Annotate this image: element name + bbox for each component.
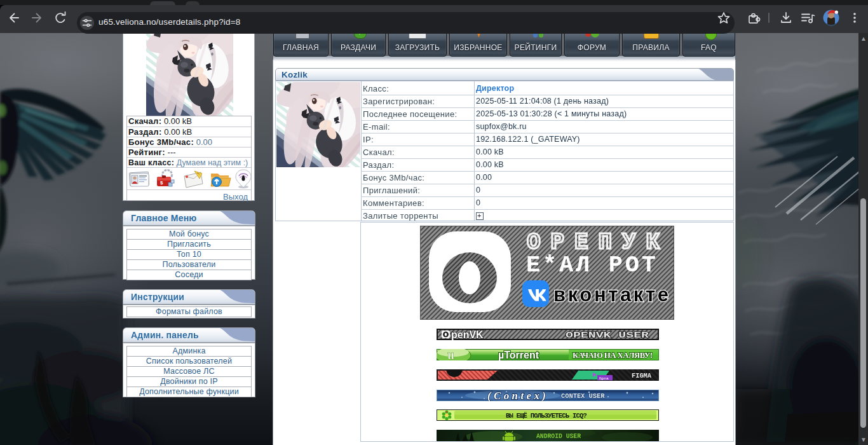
svg-text:ANDROID USER: ANDROID USER	[536, 433, 581, 440]
svg-text:penVK: penVK	[451, 329, 484, 340]
svg-text:вконтакте: вконтакте	[553, 284, 669, 306]
svg-text:u: u	[447, 349, 454, 360]
svg-text:µTorrent: µTorrent	[498, 350, 539, 360]
svg-text:ВЫ ЕЩЁ ПОЛЬЗУЕТЕСЬ ICQ?: ВЫ ЕЩЁ ПОЛЬЗУЕТЕСЬ ICQ?	[506, 412, 587, 420]
svg-text:CONTEX USER: CONTEX USER	[561, 392, 606, 400]
svg-text:$: $	[160, 180, 163, 186]
svg-text:(Contex): (Contex)	[487, 390, 546, 401]
svg-text:figma: figma	[599, 376, 609, 380]
svg-text:OPENVK USER: OPENVK USER	[566, 331, 649, 340]
svg-text:Е*АЛ РОТ: Е*АЛ РОТ	[526, 252, 657, 278]
svg-text:FIGMA: FIGMA	[632, 373, 651, 380]
svg-text:КАЧАЮ НА ХАЛЯВУ!: КАЧАЮ НА ХАЛЯВУ!	[573, 350, 653, 360]
